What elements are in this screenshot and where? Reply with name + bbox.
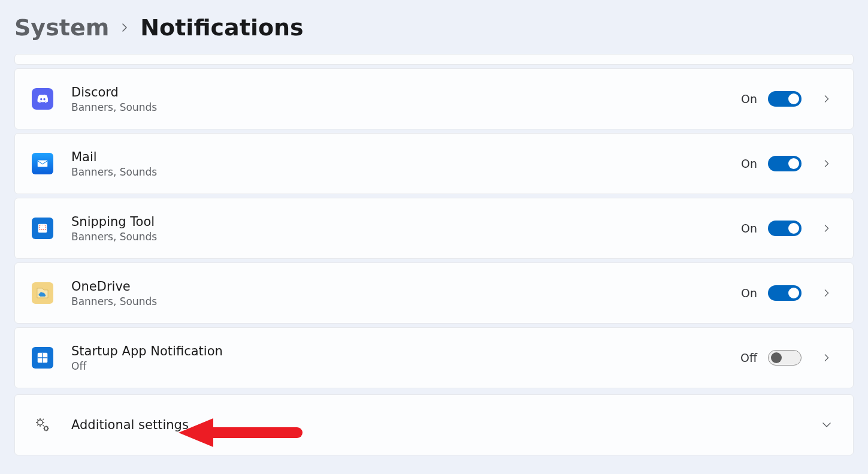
app-name-label: Snipping Tool xyxy=(71,214,741,230)
toggle-state-label: On xyxy=(741,157,757,170)
app-sub-label: Banners, Sounds xyxy=(71,231,741,243)
discord-icon xyxy=(32,88,53,110)
toggle-state-label: On xyxy=(741,286,757,300)
startup-app-icon xyxy=(32,347,53,369)
notification-toggle[interactable] xyxy=(768,285,802,301)
svg-rect-0 xyxy=(38,161,48,167)
gears-icon xyxy=(32,416,53,434)
app-notification-row-onedrive[interactable]: OneDrive Banners, Sounds On xyxy=(14,262,854,324)
app-name-label: Mail xyxy=(71,149,741,165)
chevron-right-icon xyxy=(817,283,836,303)
notification-toggle[interactable] xyxy=(768,156,802,171)
notification-toggle[interactable] xyxy=(768,350,802,366)
svg-point-4 xyxy=(38,420,43,425)
breadcrumb: System Notifications xyxy=(0,0,868,54)
app-name-label: Discord xyxy=(71,84,741,100)
chevron-right-icon xyxy=(817,219,836,238)
chevron-down-icon xyxy=(817,415,836,434)
toggle-state-label: On xyxy=(741,222,757,235)
content-area: Discord Banners, Sounds On Mail Banners,… xyxy=(0,54,868,473)
app-notification-row-mail[interactable]: Mail Banners, Sounds On xyxy=(14,133,854,194)
chevron-right-icon xyxy=(817,348,836,367)
notification-toggle[interactable] xyxy=(768,221,802,236)
app-sub-label: Banners, Sounds xyxy=(71,295,741,307)
app-name-label: Startup App Notification xyxy=(71,343,740,359)
app-notification-row-snipping-tool[interactable]: Snipping Tool Banners, Sounds On xyxy=(14,198,854,259)
chevron-right-icon xyxy=(817,154,836,173)
chevron-right-icon xyxy=(120,23,129,32)
app-sub-label: Banners, Sounds xyxy=(71,101,741,113)
toggle-state-label: Off xyxy=(740,351,757,364)
settings-row-partial[interactable] xyxy=(14,54,854,65)
snipping-tool-icon xyxy=(32,218,53,239)
app-name-label: OneDrive xyxy=(71,279,741,294)
app-notification-row-discord[interactable]: Discord Banners, Sounds On xyxy=(14,68,854,129)
page-title: Notifications xyxy=(140,14,303,41)
chevron-right-icon xyxy=(817,89,836,108)
notification-toggle[interactable] xyxy=(768,91,802,107)
additional-settings-label: Additional settings xyxy=(71,417,809,433)
app-notification-row-startup[interactable]: Startup App Notification Off Off xyxy=(14,327,854,388)
mail-icon xyxy=(32,153,53,174)
svg-point-5 xyxy=(44,427,48,430)
onedrive-icon xyxy=(32,282,53,304)
additional-settings-row[interactable]: Additional settings xyxy=(14,394,854,455)
app-sub-label: Banners, Sounds xyxy=(71,166,741,178)
breadcrumb-parent-link[interactable]: System xyxy=(14,14,109,41)
toggle-state-label: On xyxy=(741,92,757,105)
app-sub-label: Off xyxy=(71,360,740,372)
